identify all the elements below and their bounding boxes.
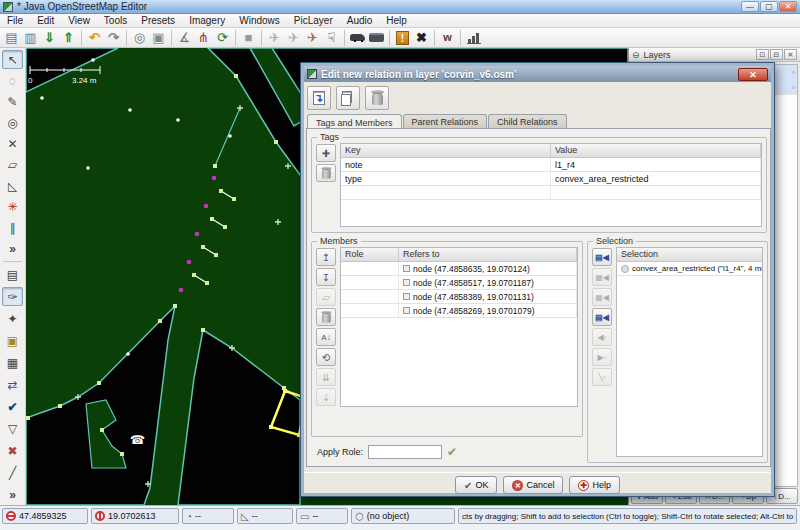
selection-row[interactable]: convex_area_restricted ("l1_r4", 4 membe… <box>617 262 762 276</box>
histogram-icon[interactable] <box>464 29 483 47</box>
open-icon[interactable]: ▥ <box>21 29 40 47</box>
undo-icon[interactable]: ↶ <box>85 29 104 47</box>
collapse-icon[interactable]: ⊖ <box>632 50 640 60</box>
imagery-toggle[interactable]: ▣ <box>2 331 23 350</box>
layers-toggle[interactable]: ▤ <box>2 265 23 284</box>
delete-relation-button[interactable] <box>365 86 389 110</box>
menu-windows[interactable]: Windows <box>232 14 287 27</box>
redo-icon[interactable]: ↷ <box>104 29 123 47</box>
add-selection-below-button[interactable]: ▦◀ <box>592 288 612 306</box>
download-osm-icon[interactable]: ⇓ <box>40 29 59 47</box>
validator-toggle[interactable]: ✔ <box>2 397 23 416</box>
duplicate-relation-button[interactable] <box>336 86 360 110</box>
window-titlebar[interactable]: * Java OpenStreetMap Editor — ▢ ✕ <box>0 0 800 14</box>
parallel-mode[interactable]: ∥ <box>2 218 23 237</box>
layers-panel-header: ⊖ Layers ⊡ ⊟ ✕ <box>629 48 800 62</box>
more-modes[interactable]: » <box>2 239 23 258</box>
add-selection-above-button[interactable]: ▦◀ <box>592 268 612 286</box>
move-member-up-button[interactable]: ↥ <box>316 248 336 266</box>
w-preset-icon[interactable]: ᴡ <box>438 29 457 47</box>
select-members-button[interactable]: ◀▫ <box>592 328 612 346</box>
remove-member-button[interactable] <box>316 308 336 326</box>
delete-x-icon[interactable]: ✖ <box>412 29 431 47</box>
deselect-members-button[interactable]: ▶▫ <box>592 348 612 366</box>
measure-toggle[interactable]: ╱ <box>2 463 23 482</box>
more-toggles[interactable]: » <box>2 485 23 504</box>
help-button[interactable]: ✚Help <box>569 476 620 494</box>
measure-angle-icon[interactable]: ∡ <box>175 29 194 47</box>
menu-imagery[interactable]: Imagery <box>182 14 232 27</box>
remove-selected-button[interactable]: ╲▫ <box>592 368 612 386</box>
car-icon[interactable] <box>348 29 367 47</box>
member-row[interactable]: node (47.4858389, 19.0701131) <box>341 290 577 304</box>
menu-piclayer[interactable]: PicLayer <box>287 14 340 27</box>
move-member-down-button[interactable]: ↧ <box>316 268 336 286</box>
menu-help[interactable]: Help <box>379 14 414 27</box>
minimize-button[interactable]: — <box>741 1 759 12</box>
layers-dock-icon[interactable]: ⊟ <box>770 49 783 60</box>
zoom-to-selection-icon[interactable]: ◎ <box>130 29 149 47</box>
refresh-icon[interactable]: ⟳ <box>213 29 232 47</box>
tags-table[interactable]: Key Value note l1_r4 type convex_area_re… <box>340 143 762 227</box>
close-button[interactable]: ✕ <box>779 1 797 12</box>
sort-members-button[interactable]: A↓ <box>316 328 336 346</box>
menu-file[interactable]: File <box>0 14 30 27</box>
menu-presets[interactable]: Presets <box>134 14 182 27</box>
download-selected-members-button[interactable]: ⇣ <box>316 388 336 406</box>
member-row[interactable]: node (47.4858517, 19.0701187) <box>341 276 577 290</box>
upload-osm-icon[interactable]: ⇑ <box>59 29 78 47</box>
copy-member-button[interactable]: ▱ <box>316 288 336 306</box>
airplane-gray-1-icon[interactable]: ✈ <box>265 29 284 47</box>
filter-toggle[interactable]: ▽ <box>2 419 23 438</box>
apply-role-confirm-icon[interactable]: ✔ <box>447 445 457 459</box>
select-mode[interactable]: ↖ <box>2 50 23 69</box>
tag-row[interactable]: note l1_r4 <box>341 158 761 172</box>
menu-audio[interactable]: Audio <box>340 14 380 27</box>
bus-icon[interactable] <box>367 29 386 47</box>
members-table[interactable]: Role Refers to node (47.4858635, 19.0701… <box>340 247 578 407</box>
blank-icon[interactable]: ■ <box>239 29 258 47</box>
layers-close-icon[interactable]: ✕ <box>784 49 797 60</box>
cancel-button[interactable]: ✕Cancel <box>503 476 563 494</box>
split-way-icon[interactable]: ⋔ <box>194 29 213 47</box>
preferences-icon[interactable]: ▣ <box>149 29 168 47</box>
dialog-titlebar[interactable]: Edit new relation in layer 'corvin_v6.os… <box>304 66 771 82</box>
ok-button[interactable]: ✔OK <box>455 476 497 494</box>
lasso-mode[interactable]: ◌ <box>2 71 23 90</box>
extrude-mode[interactable]: ◺ <box>2 176 23 195</box>
menu-view[interactable]: View <box>61 14 97 27</box>
new-session-icon[interactable]: ▤ <box>2 29 21 47</box>
layers-sticky-icon[interactable]: ⊡ <box>756 49 769 60</box>
zoom-mode[interactable]: ◎ <box>2 113 23 132</box>
member-row[interactable]: node (47.4858269, 19.0701079) <box>341 304 577 318</box>
member-row[interactable]: node (47.4858635, 19.070124) <box>341 262 577 276</box>
menu-tools[interactable]: Tools <box>97 14 134 27</box>
add-selection-at-start-button[interactable]: ▤◀ <box>592 248 612 266</box>
mappaint-toggle[interactable]: ✑ <box>2 287 23 306</box>
delete-mode[interactable]: ✕ <box>2 134 23 153</box>
selection-table[interactable]: Selection convex_area_restricted ("l1_r4… <box>616 247 763 457</box>
tag-row-empty[interactable] <box>341 186 761 200</box>
presets-toggle[interactable]: ✦ <box>2 309 23 328</box>
draw-mode[interactable]: ✎ <box>2 92 23 111</box>
reverse-members-button[interactable]: ⟲ <box>316 348 336 366</box>
add-tag-button[interactable]: ✚ <box>316 144 336 162</box>
add-selection-at-end-button[interactable]: ▤◀ <box>592 308 612 326</box>
conflict-toggle[interactable]: ⇄ <box>2 375 23 394</box>
dialog-close-button[interactable]: ✕ <box>738 68 768 81</box>
airplane-brown-icon[interactable]: ✈ <box>303 29 322 47</box>
hand-icon[interactable]: ☟ <box>322 29 341 47</box>
delete-tag-button[interactable] <box>316 164 336 182</box>
improve-accuracy-mode[interactable]: ✳ <box>2 197 23 216</box>
maximize-button[interactable]: ▢ <box>760 1 778 12</box>
airplane-gray-2-icon[interactable]: ✈ <box>284 29 303 47</box>
apply-changes-button[interactable]: ↴ <box>307 86 331 110</box>
apply-role-input[interactable] <box>368 445 442 459</box>
warning-book-icon[interactable]: ! <box>393 29 412 47</box>
menu-edit[interactable]: Edit <box>30 14 61 27</box>
command-stack-toggle[interactable]: ▦ <box>2 353 23 372</box>
purge-toggle[interactable]: ✖ <box>2 441 23 460</box>
download-members-button[interactable]: ⇊ <box>316 368 336 386</box>
tag-row[interactable]: type convex_area_restricted <box>341 172 761 186</box>
paste-tags-mode[interactable]: ▱ <box>2 155 23 174</box>
